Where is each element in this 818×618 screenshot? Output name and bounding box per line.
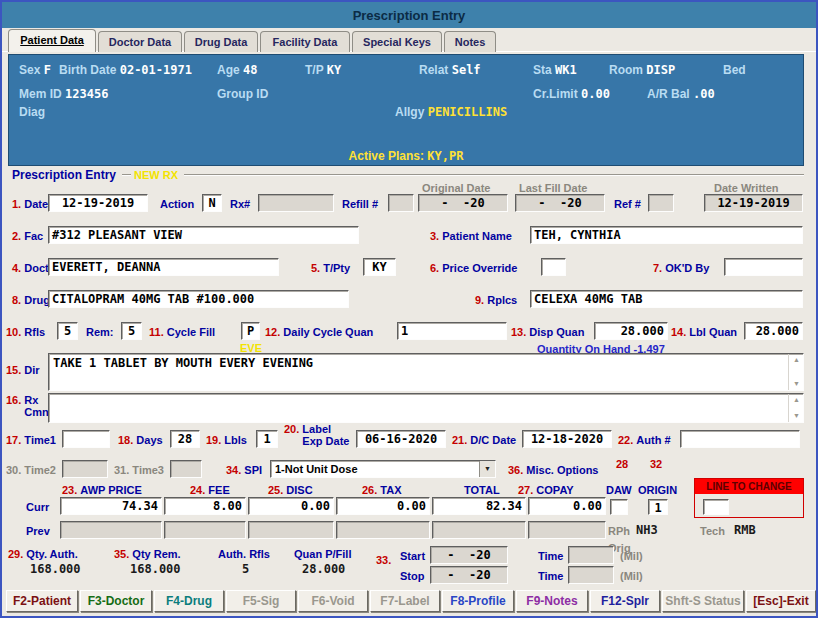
time-a-field[interactable] [568,546,614,564]
date-field[interactable]: 12-19-2019 [48,194,148,212]
birth-date-readout: Birth Date 02-01-1971 [59,63,192,77]
bed-readout: Bed [723,63,749,77]
curr-awp-field[interactable]: 74.34 [60,497,162,515]
date-written-field: 12-19-2019 [704,194,803,212]
tab-special-keys[interactable]: Special Keys [352,31,442,52]
tax-header: 26. TAX [362,484,402,496]
time-b-field[interactable] [568,566,614,584]
curr-tax-field[interactable]: 0.00 [336,497,430,515]
curr-fee-field[interactable]: 8.00 [164,497,246,515]
drug-field[interactable]: CITALOPRAM 40MG TAB #100.000 [48,290,349,308]
rx-number-field[interactable] [258,194,334,212]
stop-field[interactable]: - -20 [430,566,508,584]
f12-splr-button[interactable]: F12-Splr [590,590,660,612]
ref-number-field[interactable] [648,194,674,212]
time2-field [62,460,108,478]
room-readout: Room DISP [609,63,675,77]
daw-field[interactable] [610,499,628,515]
disp-quan-field[interactable]: 28.000 [594,322,668,340]
patient-name-field[interactable]: TEH, CYNTHIA [530,226,803,244]
auth-number-field[interactable] [680,430,800,448]
disc-header: 25. DISC [268,484,313,496]
scroll-up-icon[interactable]: ▲ [791,395,802,405]
label-exp-date-field[interactable]: 06-16-2020 [356,430,446,448]
qty-rem-header: 35. Qty Rem. [114,548,181,560]
prev-fee-field [164,521,246,539]
total-header: TOTAL [464,484,500,496]
refills-label: 10. Rfls [6,326,45,338]
auth-rfls-header: Auth. Rfls [218,548,270,560]
f6-void-button[interactable]: F6-Void [298,590,368,612]
tpty-field[interactable]: KY [363,258,396,276]
refills-field[interactable]: 5 [57,322,78,340]
replaces-field[interactable]: CELEXA 40MG TAB [530,290,803,308]
title-bar: Prescription Entry [2,2,816,28]
tech-value: RMB [734,523,756,537]
action-field[interactable]: N [202,194,222,212]
patient-info-panel: Sex F Birth Date 02-01-1971 Age 48 T/P K… [8,54,804,166]
prev-total-field [432,521,526,539]
start-field[interactable]: - -20 [430,546,508,564]
f4-drug-button[interactable]: F4-Drug [154,590,224,612]
remaining-field[interactable]: 5 [121,322,142,340]
labels-label: 19. Lbls [206,434,247,446]
dc-date-field[interactable]: 12-18-2020 [522,430,612,448]
time2-label: 30. Time2 [6,464,56,476]
days-field[interactable]: 28 [170,430,200,448]
prescription-entry-window: Prescription Entry Patient Data Doctor D… [0,0,818,618]
spi-label: 34. SPI [226,464,262,476]
curr-disc-field[interactable]: 0.00 [248,497,334,515]
sta-readout: Sta WK1 [533,63,577,77]
time-b-unit: (Mil) [620,570,643,582]
tpty-label: 5. T/Pty [311,262,350,274]
f7-label-button[interactable]: F7-Label [370,590,440,612]
price-override-field[interactable] [541,258,566,276]
auth-number-label: 22. Auth # [618,434,671,446]
refill-number-field[interactable] [388,194,414,212]
cycle-fill-field[interactable]: P [241,322,260,340]
esc-exit-button[interactable]: [Esc]-Exit [746,590,816,612]
tab-patient-data[interactable]: Patient Data [8,29,96,52]
time3-field [170,460,202,478]
shft-s-status-button[interactable]: Shft-S Status [662,590,744,612]
scroll-down-icon[interactable]: ▼ [791,379,802,389]
spi-selected-value: 1-Not Unit Dose [275,463,358,475]
tab-doctor-data[interactable]: Doctor Data [98,31,182,52]
spi-select[interactable]: 1-Not Unit Dose ▼ [270,460,496,478]
f2-patient-button[interactable]: F2-Patient [6,590,78,612]
facility-field[interactable]: #312 PLEASANT VIEW [48,226,359,244]
f5-sig-button[interactable]: F5-Sig [226,590,296,612]
directions-text: TAKE 1 TABLET BY MOUTH EVERY EVENING [53,356,313,370]
rx-comments-scrollbar[interactable]: ▲▼ [788,394,803,422]
original-date-field: - -20 [418,194,508,212]
curr-copay-field[interactable]: 0.00 [528,497,606,515]
directions-scrollbar[interactable]: ▲▼ [788,354,803,390]
f9-notes-button[interactable]: F9-Notes [516,590,588,612]
time1-field[interactable] [62,430,110,448]
misc-options-label: 36. Misc. Options [508,464,598,476]
directions-textarea[interactable]: TAKE 1 TABLET BY MOUTH EVERY EVENING ▲▼ [48,353,804,391]
lbl-quan-field[interactable]: 28.000 [744,322,803,340]
origin-field[interactable]: 1 [648,499,668,515]
okd-by-field[interactable] [724,258,803,276]
f8-profile-button[interactable]: F8-Profile [442,590,514,612]
tab-notes[interactable]: Notes [444,31,496,52]
tab-facility-data[interactable]: Facility Data [260,31,350,52]
doctor-field[interactable]: EVERETT, DEANNA [48,258,279,276]
curr-total-field: 82.34 [432,497,526,515]
rx-number-label: Rx# [230,198,250,210]
daw-number-label: 28 [616,458,628,470]
daily-cycle-quan-field[interactable]: 1 [397,322,507,340]
rx-comments-textarea[interactable]: ▲▼ [48,393,804,423]
price-override-label: 6. Price Override [430,262,517,274]
f3-doctor-button[interactable]: F3-Doctor [80,590,152,612]
new-rx-badge: NEW RX [134,169,178,181]
labels-field[interactable]: 1 [256,430,278,448]
scroll-down-icon[interactable]: ▼ [791,411,802,421]
lbl-quan-label: 14. Lbl Quan [671,326,737,338]
line-to-change-field[interactable] [703,499,729,515]
chevron-down-icon[interactable]: ▼ [479,461,495,477]
scroll-up-icon[interactable]: ▲ [791,355,802,365]
tab-drug-data[interactable]: Drug Data [184,31,258,52]
time-b-label: Time [538,570,563,582]
